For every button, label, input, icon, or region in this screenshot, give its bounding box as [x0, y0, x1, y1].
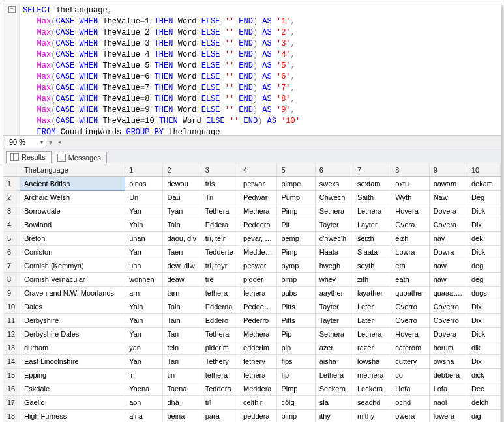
grid-cell[interactable]: Tedderte	[201, 246, 239, 259]
grid-cell[interactable]: Borrowdale	[20, 204, 125, 218]
grid-cell[interactable]: Un	[125, 191, 163, 204]
table-row[interactable]: 10DalesYainTainEdderoaPedderoaPittsTayte…	[3, 300, 501, 314]
grid-cell[interactable]: Pip	[277, 328, 315, 341]
grid-cell[interactable]: mithy	[353, 410, 391, 423]
table-row[interactable]: 16EskdaleYaenaTaenaTedderaMedderaPimpSec…	[3, 382, 501, 396]
grid-cell[interactable]: Yan	[125, 355, 163, 369]
grid-cell[interactable]: deich	[467, 396, 500, 410]
grid-cell[interactable]: tin	[163, 369, 201, 382]
grid-cell[interactable]: Dix	[467, 355, 500, 369]
grid-cell[interactable]: arn	[125, 287, 163, 300]
column-header[interactable]: 1	[125, 163, 163, 177]
grid-cell[interactable]: Yan	[125, 328, 163, 341]
grid-cell[interactable]: Sethera	[315, 328, 353, 341]
row-header[interactable]: 10	[3, 300, 20, 314]
grid-cell[interactable]: Sethera	[315, 204, 353, 218]
row-header[interactable]: 8	[3, 273, 20, 287]
grid-cell[interactable]: Tan	[163, 328, 201, 341]
grid-cell[interactable]: aayther	[315, 287, 353, 300]
grid-cell[interactable]: Dau	[163, 191, 201, 204]
grid-cell[interactable]: Peddera	[239, 218, 277, 232]
grid-cell[interactable]: Methera	[239, 204, 277, 218]
grid-cell[interactable]: Edderoa	[201, 300, 239, 314]
grid-cell[interactable]: methera	[353, 369, 391, 382]
column-header[interactable]: 7	[353, 163, 391, 177]
grid-cell[interactable]: dekam	[467, 177, 500, 191]
grid-cell[interactable]: unn	[125, 259, 163, 273]
grid-cell[interactable]: Gaelic	[20, 396, 125, 410]
grid-cell[interactable]: pimp	[277, 273, 315, 287]
table-row[interactable]: 5Bretonunandaou, divtri, teirpevar, pede…	[3, 232, 501, 246]
grid-cell[interactable]: c'hwec'h	[315, 232, 353, 246]
grid-cell[interactable]: tre	[201, 273, 239, 287]
row-header[interactable]: 4	[3, 218, 20, 232]
grid-cell[interactable]: Dix	[467, 300, 500, 314]
grid-cell[interactable]: Slaata	[353, 246, 391, 259]
tab-messages[interactable]: Messages	[53, 152, 107, 163]
hscroll-left-icon[interactable]: ◂	[55, 137, 64, 147]
grid-cell[interactable]: seyth	[353, 259, 391, 273]
grid-cell[interactable]: tein	[163, 341, 201, 355]
table-row[interactable]: 9Craven and N.W. Moorlandsarntarntethera…	[3, 287, 501, 300]
grid-cell[interactable]: whey	[315, 273, 353, 287]
grid-cell[interactable]: eizh	[391, 232, 429, 246]
grid-cell[interactable]: fip	[277, 369, 315, 382]
table-row[interactable]: 3BorrowdaleYanTyanTetheraMetheraPimpSeth…	[3, 204, 501, 218]
row-header[interactable]: 6	[3, 246, 20, 259]
grid-cell[interactable]: Dick	[467, 246, 500, 259]
grid-cell[interactable]: Lofa	[429, 382, 467, 396]
grid-cell[interactable]: Eskdale	[20, 382, 125, 396]
grid-cell[interactable]: nav	[429, 232, 467, 246]
grid-cell[interactable]: debbera	[429, 369, 467, 382]
grid-cell[interactable]: Deg	[467, 191, 500, 204]
grid-cell[interactable]: East Lincolnshire	[20, 355, 125, 369]
grid-cell[interactable]: quoather	[391, 287, 429, 300]
grid-cell[interactable]: Epping	[20, 369, 125, 382]
grid-cell[interactable]: petwar	[239, 177, 277, 191]
row-header[interactable]: 5	[3, 232, 20, 246]
grid-cell[interactable]: Pimp	[277, 204, 315, 218]
grid-cell[interactable]: lowsha	[353, 355, 391, 369]
tab-results[interactable]: Results	[6, 151, 52, 163]
grid-cell[interactable]: dek	[467, 232, 500, 246]
grid-cell[interactable]: Taen	[163, 246, 201, 259]
row-header[interactable]: 13	[3, 341, 20, 355]
row-header[interactable]: 16	[3, 382, 20, 396]
grid-cell[interactable]: fethera	[239, 369, 277, 382]
row-header[interactable]: 9	[3, 287, 20, 300]
grid-corner[interactable]	[3, 163, 20, 177]
grid-cell[interactable]: unan	[125, 232, 163, 246]
results-grid[interactable]: TheLanguage12345678910 1Ancient Britisho…	[3, 163, 501, 422]
grid-cell[interactable]: Yain	[125, 314, 163, 328]
grid-cell[interactable]: fethera	[239, 287, 277, 300]
grid-cell[interactable]: para	[201, 410, 239, 423]
grid-cell[interactable]: tethera	[201, 369, 239, 382]
grid-cell[interactable]: sextam	[353, 177, 391, 191]
grid-cell[interactable]: Coverro	[429, 314, 467, 328]
grid-cell[interactable]: edderim	[239, 341, 277, 355]
grid-cell[interactable]: cuttery	[391, 355, 429, 369]
zoom-split-arrow[interactable]: ▾	[49, 139, 52, 146]
grid-cell[interactable]: pip	[277, 341, 315, 355]
grid-cell[interactable]: Craven and N.W. Moorlands	[20, 287, 125, 300]
grid-cell[interactable]: pidder	[239, 273, 277, 287]
table-row[interactable]: 7Cornish (Kemmyn)unndew, diwtri, teyrpes…	[3, 259, 501, 273]
grid-cell[interactable]: dig	[467, 410, 500, 423]
table-row[interactable]: 14East LincolnshireYanTanTetheryfetheryf…	[3, 355, 501, 369]
grid-cell[interactable]: aon	[125, 396, 163, 410]
grid-cell[interactable]: Lethera	[315, 369, 353, 382]
row-header[interactable]: 12	[3, 328, 20, 341]
grid-cell[interactable]: pubs	[277, 287, 315, 300]
grid-cell[interactable]: Yaena	[125, 382, 163, 396]
grid-cell[interactable]: dhà	[163, 396, 201, 410]
column-header[interactable]: 5	[277, 163, 315, 177]
grid-cell[interactable]: Dix	[467, 218, 500, 232]
grid-cell[interactable]: eth	[391, 259, 429, 273]
grid-cell[interactable]: Yan	[125, 246, 163, 259]
column-header[interactable]: 4	[239, 163, 277, 177]
grid-cell[interactable]: Dowra	[429, 246, 467, 259]
collapse-icon[interactable]: −	[8, 6, 16, 13]
column-header[interactable]: 9	[429, 163, 467, 177]
column-header[interactable]: 2	[163, 163, 201, 177]
grid-cell[interactable]: Dix	[467, 314, 500, 328]
